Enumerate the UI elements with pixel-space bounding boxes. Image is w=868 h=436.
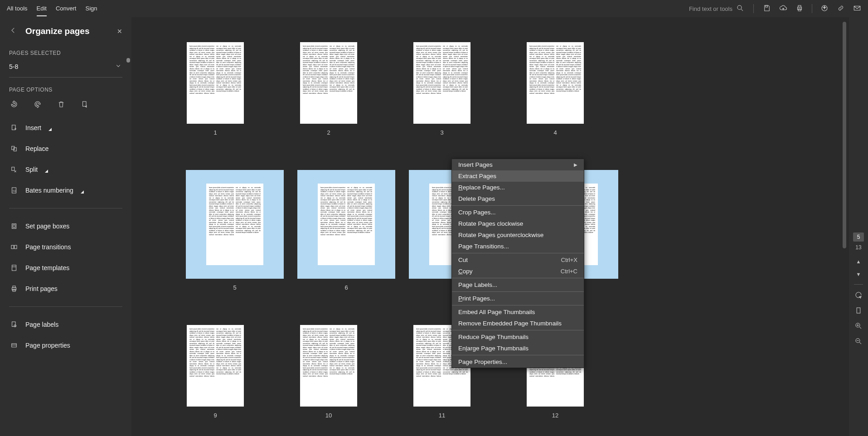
- shortcut-label: Ctrl+C: [561, 268, 577, 275]
- page-thumbnail-2[interactable]: lorem ipsum dolor sit amet consectetur a…: [299, 42, 358, 136]
- shortcut-label: Ctrl+X: [561, 257, 577, 263]
- context-menu-item[interactable]: Rotate Pages counterclockwise: [452, 229, 584, 241]
- svg-rect-28: [857, 308, 860, 313]
- close-panel-icon[interactable]: ✕: [117, 28, 122, 35]
- context-menu-item[interactable]: Crop Pages...: [452, 207, 584, 218]
- page-up-arrow[interactable]: ▲: [856, 259, 861, 264]
- sidebar-item-label: Set page boxes: [25, 223, 69, 230]
- page-thumbnail-5[interactable]: lorem ipsum dolor sit amet consectetur a…: [186, 170, 284, 291]
- page-thumbnail-3[interactable]: lorem ipsum dolor sit amet consectetur a…: [412, 42, 471, 136]
- sidebar-item-label: Bates numbering: [25, 187, 73, 194]
- rotate-cw-icon[interactable]: [33, 99, 43, 109]
- context-menu-item[interactable]: Replace Pages...: [452, 182, 584, 193]
- page-thumbnail-6[interactable]: lorem ipsum dolor sit amet consectetur a…: [297, 170, 395, 291]
- sidebar-item-transitions[interactable]: Page transitions: [9, 237, 122, 257]
- page-range-selector[interactable]: 5-8: [9, 56, 122, 78]
- svg-rect-7: [854, 6, 860, 10]
- sidebar-item-replace[interactable]: Replace: [9, 139, 122, 158]
- context-menu-item[interactable]: Page Transitions...: [452, 241, 584, 252]
- page-down-arrow[interactable]: ▼: [856, 271, 861, 277]
- sidebar-item-bates[interactable]: 012Bates numbering◢: [9, 181, 122, 200]
- sidebar-item-split[interactable]: Split◢: [9, 160, 122, 179]
- sidebar-item-page-properties[interactable]: Page properties: [9, 336, 122, 355]
- sidebar-scrollbar[interactable]: [126, 58, 130, 436]
- insert-icon: [9, 123, 19, 133]
- sidebar-item-templates[interactable]: Page templates: [9, 258, 122, 277]
- svg-rect-11: [14, 148, 16, 151]
- context-menu-item[interactable]: Delete Pages: [452, 193, 584, 204]
- separator: [812, 4, 812, 13]
- total-pages: 13: [855, 244, 861, 251]
- menu-separator: [452, 355, 584, 355]
- rotate-view-icon[interactable]: [854, 291, 863, 301]
- page-properties-icon: [9, 340, 19, 350]
- page-thumbnail-4[interactable]: lorem ipsum dolor sit amet consectetur a…: [526, 42, 585, 136]
- page-display-icon[interactable]: [854, 306, 863, 316]
- ai-assistant-icon[interactable]: [820, 4, 829, 14]
- thumb-label: 11: [439, 412, 445, 419]
- svg-rect-4: [798, 5, 801, 7]
- sidebar-item-label: Split: [25, 166, 38, 173]
- page-thumbnails-area: lorem ipsum dolor sit amet consectetur a…: [131, 17, 849, 436]
- svg-rect-19: [12, 265, 16, 271]
- svg-rect-12: [12, 167, 15, 171]
- page-thumbnail-10[interactable]: lorem ipsum dolor sit amet consectetur a…: [299, 325, 358, 419]
- tab-edit[interactable]: Edit: [37, 1, 47, 16]
- sidebar-item-insert[interactable]: Insert◢: [9, 118, 122, 137]
- context-menu-item[interactable]: Print Pages...: [452, 293, 584, 304]
- thumb-label: 3: [440, 129, 443, 136]
- svg-line-30: [859, 327, 861, 329]
- pages-selected-label: PAGES SELECTED: [9, 50, 122, 56]
- print-icon[interactable]: [795, 4, 804, 14]
- context-menu-item[interactable]: Page Properties...: [452, 356, 584, 368]
- thumb-label: 5: [233, 284, 236, 291]
- context-menu-item[interactable]: CopyCtrl+C: [452, 266, 584, 277]
- sidebar-item-print[interactable]: Print pages: [9, 279, 122, 298]
- context-menu-item[interactable]: Extract Pages: [452, 170, 584, 182]
- context-menu-item[interactable]: Embed All Page Thumbnails: [452, 306, 584, 318]
- thumb-label: 4: [553, 129, 557, 136]
- context-menu-item[interactable]: Insert Pages▶: [452, 159, 584, 170]
- sidebar-item-label: Page transitions: [25, 243, 71, 251]
- zoom-out-icon[interactable]: [854, 337, 863, 347]
- tab-all-tools[interactable]: All tools: [7, 1, 28, 16]
- context-menu-item[interactable]: Reduce Page Thumbnails: [452, 331, 584, 343]
- cloud-upload-icon[interactable]: [779, 4, 787, 14]
- rotate-ccw-icon[interactable]: [9, 99, 19, 109]
- organize-pages-panel: Organize pages ✕ PAGES SELECTED 5-8 PAGE…: [0, 17, 131, 436]
- menu-separator: [452, 253, 584, 253]
- sidebar-item-label: Page labels: [25, 321, 58, 328]
- tab-convert[interactable]: Convert: [56, 1, 77, 16]
- context-menu-item[interactable]: Rotate Pages clockwise: [452, 218, 584, 229]
- tab-sign[interactable]: Sign: [85, 1, 97, 16]
- sidebar-item-label: Insert: [25, 124, 41, 131]
- page-thumbnail-9[interactable]: lorem ipsum dolor sit amet consectetur a…: [186, 325, 245, 419]
- context-menu-item[interactable]: Enlarge Page Thumbnails: [452, 343, 584, 354]
- main-scrollbar[interactable]: [843, 22, 846, 248]
- svg-rect-10: [12, 146, 15, 150]
- link-icon[interactable]: [837, 4, 845, 14]
- sidebar-item-page-boxes[interactable]: Set page boxes: [9, 217, 122, 236]
- sidebar-item-page-labels[interactable]: Page labels: [9, 315, 122, 334]
- delete-icon[interactable]: [56, 99, 66, 109]
- search-placeholder: Find text or tools: [689, 5, 732, 12]
- extract-icon[interactable]: [80, 99, 90, 109]
- mail-icon[interactable]: [853, 4, 861, 14]
- separator: [753, 4, 754, 13]
- zoom-in-icon[interactable]: [854, 322, 863, 332]
- templates-icon: [9, 263, 19, 273]
- page-options-label: PAGE OPTIONS: [9, 87, 122, 93]
- save-icon[interactable]: [763, 4, 771, 14]
- svg-rect-26: [12, 344, 17, 347]
- find-text-tools[interactable]: Find text or tools: [689, 4, 744, 14]
- svg-text:012: 012: [13, 190, 16, 192]
- back-icon[interactable]: [9, 26, 17, 36]
- context-menu-item[interactable]: Page Labels...: [452, 279, 584, 291]
- svg-rect-15: [12, 224, 16, 229]
- context-menu-item[interactable]: CutCtrl+X: [452, 254, 584, 266]
- context-menu-item[interactable]: Remove Embedded Page Thumbnails: [452, 318, 584, 329]
- current-page-badge[interactable]: 5: [853, 233, 864, 242]
- page-options-icons: [9, 99, 122, 109]
- page-thumbnail-1[interactable]: lorem ipsum dolor sit amet consectetur a…: [186, 42, 245, 136]
- svg-rect-16: [13, 225, 15, 228]
